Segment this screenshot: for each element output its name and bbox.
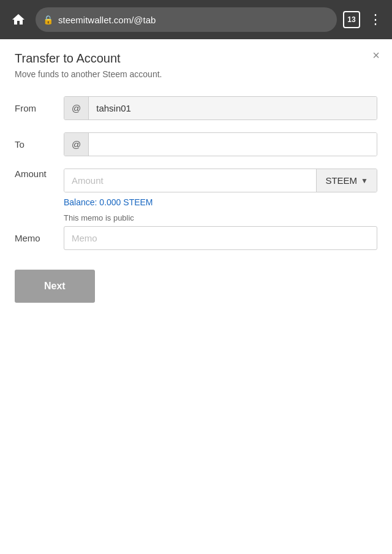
to-label: To [15,139,64,150]
balance-link[interactable]: Balance: 0.000 STEEM [64,197,377,207]
to-row: To @ [15,132,377,156]
to-input-group: @ [64,132,377,156]
memo-label: Memo [15,233,64,243]
dialog-title: Transfer to Account [15,51,377,66]
amount-input[interactable] [64,169,316,192]
lock-icon: 🔒 [43,15,53,25]
tab-count-badge[interactable]: 13 [343,11,360,28]
close-button[interactable]: × [372,49,380,61]
browser-chrome: 🔒 steemitwallet.com/@tab 13 ⋮ [0,0,392,39]
dropdown-arrow-icon: ▼ [361,176,368,185]
memo-row: Memo [15,226,377,250]
url-text: steemitwallet.com/@tab [58,15,156,25]
amount-label: Amount [15,169,64,179]
home-button[interactable] [7,9,29,31]
amount-input-group: STEEM ▼ [64,169,377,192]
next-button[interactable]: Next [15,270,95,303]
from-input-group: @ [64,96,377,120]
menu-button[interactable]: ⋮ [366,12,385,28]
to-input[interactable] [89,133,377,156]
currency-value: STEEM [325,175,357,186]
from-label: From [15,103,64,113]
from-row: From @ [15,96,377,120]
dialog-subtitle: Move funds to another Steem account. [15,69,377,79]
dialog-content: × Transfer to Account Move funds to anot… [0,39,392,554]
memo-input[interactable] [64,226,377,250]
from-input[interactable] [89,97,377,120]
address-bar[interactable]: 🔒 steemitwallet.com/@tab [36,7,337,32]
to-at-prefix: @ [64,133,89,156]
from-at-prefix: @ [64,97,89,120]
amount-row: Amount STEEM ▼ [15,169,377,192]
memo-notice: This memo is public [64,213,377,222]
currency-selector[interactable]: STEEM ▼ [316,169,377,192]
